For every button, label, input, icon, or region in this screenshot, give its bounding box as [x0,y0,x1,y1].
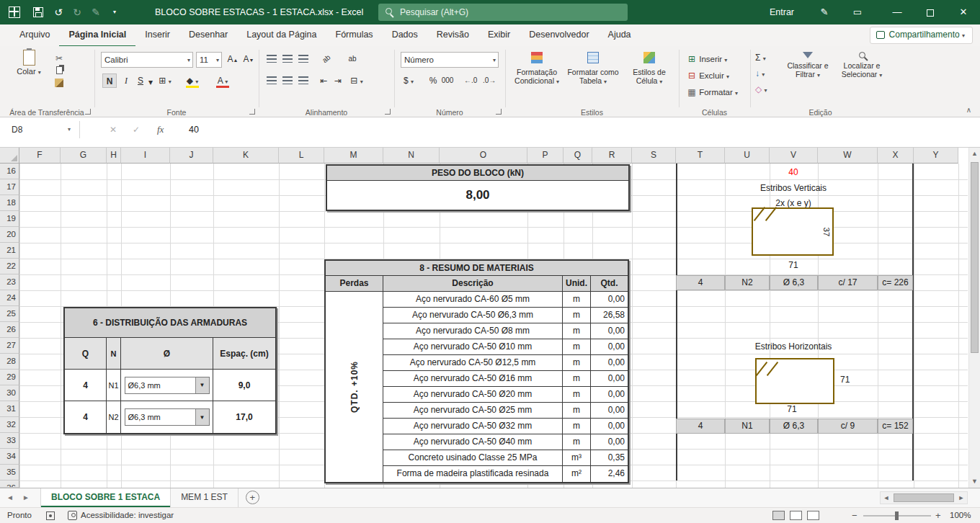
tab-ajuda[interactable]: Ajuda [599,24,641,45]
close-button[interactable]: ✕ [947,0,980,24]
column-header-I[interactable]: I [121,148,170,164]
font-name-select[interactable]: Calibri▾ [101,52,193,68]
underline-dropdown-icon[interactable]: ▾ [144,75,157,89]
tab-arquivo[interactable]: Arquivo [10,24,59,45]
vertical-scrollbar[interactable]: ▲ ▼ [968,148,980,488]
number-dialog-launcher-icon[interactable] [496,109,502,115]
sign-in-button[interactable]: Entrar [761,0,803,24]
column-header-Q[interactable]: Q [564,148,592,164]
column-header-J[interactable]: J [170,148,213,164]
horizontal-scrollbar-thumb[interactable] [894,493,954,502]
insert-cells-button[interactable]: ⊞ Inserir ▾ [687,52,727,66]
font-color-icon[interactable]: A ▾ [216,73,229,88]
scroll-up-icon[interactable]: ▲ [969,148,980,160]
zoom-slider-thumb[interactable] [895,511,899,520]
font-size-select[interactable]: 11▾ [196,52,222,68]
status-accessibility[interactable]: Acessibilidade: investigar [81,508,174,523]
formula-input[interactable]: 40 [189,121,973,138]
bold-button[interactable]: N [102,73,117,88]
vertical-scrollbar-thumb[interactable] [971,162,979,353]
select-all-corner[interactable] [0,148,19,164]
row-header-21[interactable]: 21 [0,243,19,259]
dropdown-arrow-icon[interactable]: ▼ [195,409,209,425]
customize-qat-icon[interactable]: ▾ [105,0,124,24]
tab-dados[interactable]: Dados [383,24,427,45]
scroll-down-icon[interactable]: ▼ [969,475,980,488]
decrease-decimal-icon[interactable]: .0→ [483,73,496,88]
copy-icon[interactable] [52,65,66,78]
zoom-out-icon[interactable]: − [852,508,858,523]
name-box-dropdown-icon[interactable]: ▾ [68,121,71,138]
share-button[interactable]: Compartilhamento ▾ [870,27,973,44]
column-header-W[interactable]: W [818,148,878,164]
row-header-30[interactable]: 30 [0,385,19,401]
sort-filter-button[interactable]: Classificar e Filtrar ▾ [783,50,833,99]
tab-exibir[interactable]: Exibir [478,24,520,45]
merge-center-icon[interactable]: ⊟ ▾ [350,73,363,88]
column-header-P[interactable]: P [527,148,564,164]
find-select-button[interactable]: Localizar e Selecionar ▾ [836,50,888,99]
page-break-view-icon[interactable] [807,511,819,520]
sheet-tab-mem-1-est[interactable]: MEM 1 EST [171,488,239,507]
row-header-17[interactable]: 17 [0,179,19,195]
tab-inserir[interactable]: Inserir [135,24,179,45]
borders-icon[interactable]: ⊞ ▾ [159,73,172,88]
align-right-icon[interactable] [298,76,308,84]
column-header-V[interactable]: V [770,148,818,164]
row-header-19[interactable]: 19 [0,211,19,227]
column-header-Y[interactable]: Y [914,148,958,164]
accounting-format-icon[interactable]: $ ▾ [402,73,415,88]
fill-button[interactable]: ↓ ▾ [755,66,765,81]
diameter-dropdown-n2[interactable]: Ø6,3 mm ▼ [125,408,210,426]
touch-mode-icon[interactable]: ✎ [86,0,105,24]
wrap-text-icon[interactable]: ab [346,52,359,66]
column-header-H[interactable]: H [107,148,121,164]
ink-pen-icon[interactable]: ✎ [810,0,839,24]
orientation-icon[interactable]: ab [317,50,337,69]
row-header-29[interactable]: 29 [0,370,19,385]
dropdown-arrow-icon[interactable]: ▼ [195,377,209,393]
format-painter-icon[interactable] [52,78,66,91]
column-header-N[interactable]: N [383,148,440,164]
new-sheet-button[interactable]: + [246,491,259,504]
column-header-G[interactable]: G [61,148,107,164]
row-header-20[interactable]: 20 [0,227,19,243]
page-layout-view-icon[interactable] [790,511,802,520]
row-header-35[interactable]: 35 [0,465,19,480]
minimize-button[interactable]: — [881,0,914,24]
number-format-select[interactable]: Número▾ [401,52,499,68]
diameter-dropdown-n1[interactable]: Ø6,3 mm ▼ [125,377,210,394]
undo-icon[interactable]: ↺ [49,0,68,24]
increase-indent-icon[interactable]: ⇥ [331,73,344,88]
ribbon-display-options-icon[interactable]: ▭ [843,0,872,24]
zoom-in-icon[interactable]: + [935,508,941,523]
fill-color-icon[interactable]: ◆ ▾ [186,73,199,88]
font-dialog-launcher-icon[interactable] [249,109,255,115]
comma-style-icon[interactable]: 000 [441,73,454,88]
row-header-24[interactable]: 24 [0,290,19,306]
row-header-28[interactable]: 28 [0,354,19,370]
tab-desenhar[interactable]: Desenhar [179,24,237,45]
insert-function-icon[interactable]: fx [157,121,164,138]
delete-cells-button[interactable]: ⊟ Excluir ▾ [687,68,729,83]
maximize-button[interactable] [914,0,947,24]
align-center-icon[interactable] [282,76,293,84]
row-header-23[interactable]: 23 [0,274,19,290]
row-header-16[interactable]: 16 [0,164,19,179]
conditional-formatting-button[interactable]: Formatação Condicional ▾ [510,50,564,99]
zoom-level[interactable]: 100% [950,508,971,523]
increase-decimal-icon[interactable]: ←.0 [464,73,477,88]
macro-record-icon[interactable] [46,511,55,520]
sheet-nav-left-icon[interactable]: ◄ [3,488,17,507]
column-header-M[interactable]: M [324,148,383,164]
percent-style-icon[interactable]: % [427,73,440,88]
decrease-indent-icon[interactable]: ⇤ [317,73,330,88]
cancel-icon[interactable]: ✕ [110,121,117,138]
alignment-dialog-launcher-icon[interactable] [385,109,391,115]
redo-icon[interactable]: ↻ [68,0,86,24]
tab-formulas[interactable]: Fórmulas [326,24,383,45]
column-header-F[interactable]: F [19,148,61,164]
tab-revisao[interactable]: Revisão [427,24,478,45]
column-header-S[interactable]: S [632,148,676,164]
align-top-icon[interactable] [267,55,277,63]
